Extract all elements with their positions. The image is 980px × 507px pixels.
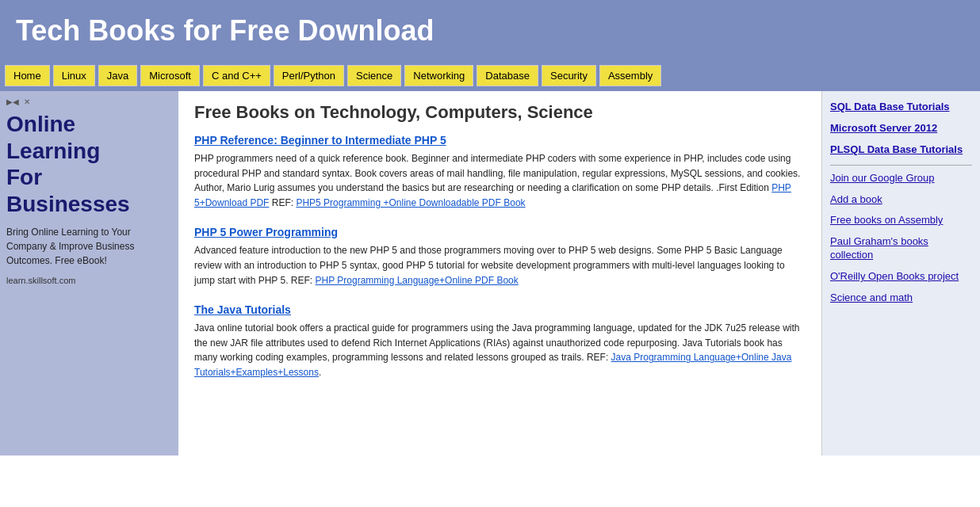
nav-item: Database [477,65,538,86]
ad-icon: ▶◀ [6,97,19,106]
right-normal-link[interactable]: Free books on Assembly [830,214,972,227]
nav-link[interactable]: Assembly [599,65,661,86]
main-content: Free Books on Technology, Computers, Sci… [178,91,821,456]
nav-link[interactable]: C and C++ [203,65,270,86]
nav-link[interactable]: Linux [53,65,95,86]
nav-item: Assembly [599,65,661,86]
nav-item: Security [542,65,596,86]
nav-link[interactable]: Security [542,65,596,86]
book-entry: PHP 5 Power ProgrammingAdvanced feature … [194,226,806,288]
book-entry: The Java TutorialsJava online tutorial b… [194,303,806,379]
ad-headline: Online Learning For Businesses [6,111,172,217]
nav-link[interactable]: Microsoft [140,65,200,86]
book-link[interactable]: Java Programming Language+Online Java Tu… [194,352,791,378]
nav-item: Linux [53,65,95,86]
nav-item: Microsoft [140,65,200,86]
nav-link[interactable]: Java [98,65,137,86]
book-title-link[interactable]: PHP Reference: Beginner to Intermediate … [194,134,806,147]
nav-item: Home [5,65,50,86]
right-bold-link[interactable]: SQL Data Base Tutorials [830,101,972,114]
nav-link[interactable]: Database [477,65,538,86]
ad-content: Online Learning For Businesses Bring Onl… [6,111,172,285]
nav-link[interactable]: Perl/Python [274,65,344,86]
nav-item: Science [347,65,401,86]
main-heading: Free Books on Technology, Computers, Sci… [194,102,806,123]
nav-item: Perl/Python [274,65,344,86]
nav-list: HomeLinuxJavaMicrosoftC and C++Perl/Pyth… [0,65,980,86]
book-entry: PHP Reference: Beginner to Intermediate … [194,134,806,210]
right-bold-link[interactable]: PLSQL Data Base Tutorials [830,143,972,157]
ad-close-icon[interactable]: ✕ [24,97,30,106]
right-divider [830,165,972,166]
nav-link[interactable]: Networking [404,65,473,86]
nav-item: Networking [404,65,473,86]
book-link[interactable]: PHP Programming Language+Online PDF Book [316,275,519,286]
main-layout: ▶◀ ✕ Online Learning For Businesses Brin… [0,91,980,456]
nav-item: C and C++ [203,65,270,86]
sidebar-right: SQL Data Base TutorialsMicrosoft Server … [821,91,980,456]
book-description: Java online tutorial book offers a pract… [194,321,806,379]
site-title: Tech Books for Free Download [16,14,964,48]
right-normal-link[interactable]: O'Reilly Open Books project [830,270,972,284]
nav-item: Java [98,65,137,86]
right-normal-link[interactable]: Add a book [830,193,972,207]
ad-bar: ▶◀ ✕ [6,97,172,106]
book-link[interactable]: PHP5 Programming +Online Downloadable PD… [296,197,525,208]
right-bold-link[interactable]: Microsoft Server 2012 [830,122,972,135]
ad-footer: learn.skillsoft.com [6,276,172,285]
right-bold-links: SQL Data Base TutorialsMicrosoft Server … [830,101,972,157]
right-normal-links: Join our Google GroupAdd a bookFree book… [830,172,972,305]
right-normal-link[interactable]: Join our Google Group [830,172,972,185]
nav-link[interactable]: Science [347,65,401,86]
book-title-link[interactable]: PHP 5 Power Programming [194,226,806,238]
right-normal-link[interactable]: Paul Graham's books collection [830,235,972,262]
site-header: Tech Books for Free Download [0,0,980,65]
books-list: PHP Reference: Beginner to Intermediate … [194,134,806,380]
ad-body: Bring Online Learning to Your Company & … [6,225,172,268]
sidebar-left: ▶◀ ✕ Online Learning For Businesses Brin… [0,91,178,456]
right-normal-link[interactable]: Science and math [830,292,972,305]
main-nav: HomeLinuxJavaMicrosoftC and C++Perl/Pyth… [0,65,980,91]
book-title-link[interactable]: The Java Tutorials [194,303,806,316]
book-description: PHP programmers need of a quick referenc… [194,151,806,210]
book-description: Advanced feature introduction to the new… [194,243,806,288]
nav-link[interactable]: Home [5,65,50,86]
